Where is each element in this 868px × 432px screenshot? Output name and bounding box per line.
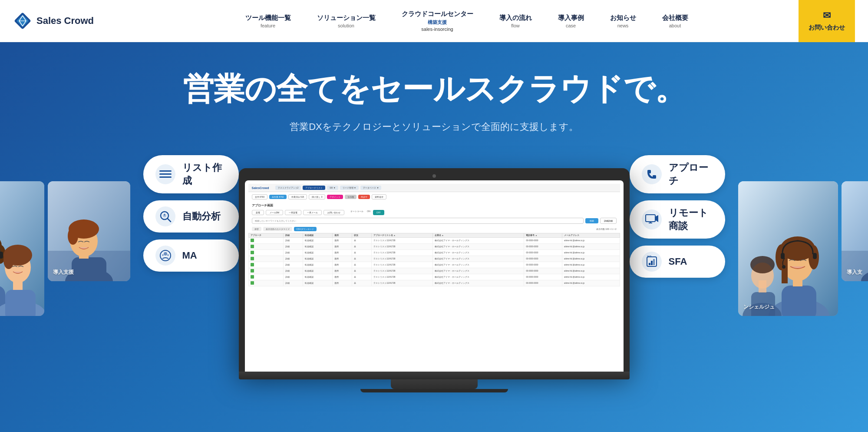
svg-rect-13 xyxy=(0,252,3,259)
nav-item-solution[interactable]: ソリューション一覧 solution xyxy=(304,14,389,28)
svg-line-33 xyxy=(168,219,171,222)
ma-icon xyxy=(155,246,175,266)
svg-rect-59 xyxy=(813,253,817,259)
hero-main-row: ジュ xyxy=(17,155,851,397)
feature-col-left: リスト作成 自動分析 xyxy=(143,155,239,392)
th-transfer: 転送確認 xyxy=(303,233,333,238)
screen-detail-btn[interactable]: 詳細詳細 xyxy=(600,218,617,224)
checkbox xyxy=(251,251,254,254)
nav-item-about[interactable]: 会社概要 about xyxy=(649,14,701,28)
svg-rect-57 xyxy=(782,257,788,283)
filter-negotiating[interactable]: 商談中 xyxy=(358,195,370,199)
screen-tab-3: SR ▼ xyxy=(327,186,338,190)
filter-other[interactable]: その他 xyxy=(345,195,356,199)
approach-label: アプローチ xyxy=(669,161,713,187)
btn-inquiry[interactable]: お問い合わせ xyxy=(323,210,344,215)
screen-tab-2: アプローチリスト xyxy=(303,186,325,190)
th-email: メールアドレス xyxy=(562,233,620,238)
filter-appoint[interactable]: アポイント xyxy=(327,195,343,199)
screen-tab-1: テストクライアント2 xyxy=(275,186,301,190)
filter-callback[interactable]: 掛け直し 0 xyxy=(309,194,325,199)
header: Sales Crowd ツール機能一覧 feature ソリューション一覧 so… xyxy=(0,0,868,42)
svg-point-37 xyxy=(164,252,167,256)
contact-button[interactable]: ✉ お問い合わせ xyxy=(799,0,855,42)
screen-tab-5: データベース ▼ xyxy=(360,186,381,190)
feature-card-auto-analysis: 自動分析 xyxy=(143,200,239,233)
btn-mail-dm[interactable]: メールDM xyxy=(266,210,284,215)
remote-meeting-label: リモート商談 xyxy=(669,206,713,233)
left-panel-2: 導入支援 xyxy=(48,181,130,281)
screen-tab-4: リード管理 ▼ xyxy=(340,186,359,190)
nav-item-cloud-call[interactable]: クラウドコールセンター 構築支援 sales-insorcing xyxy=(389,10,486,32)
sfa-icon: OX xyxy=(642,252,662,272)
svg-point-65 xyxy=(750,256,775,273)
svg-rect-16 xyxy=(5,290,36,316)
hero-section: 営業の全てをセールスクラウドで。 営業DXをテクノロジーとソリューションで全面的… xyxy=(0,42,868,432)
checkbox xyxy=(251,263,254,266)
laptop-mockup: SalesCrowd テストクライアント2 アプローチリスト SR ▼ リード管… xyxy=(239,155,630,392)
filter-active[interactable]: 未作業 8792 xyxy=(269,195,287,199)
svg-rect-40 xyxy=(646,215,655,222)
btn-call[interactable]: 架電 xyxy=(252,210,264,215)
filter-working[interactable]: 作業済み 515 xyxy=(288,194,307,199)
nav-item-news[interactable]: お知らせ news xyxy=(597,14,649,28)
checkbox xyxy=(251,257,254,260)
laptop-wrapper: SalesCrowd テストクライアント2 アプローチリスト SR ▼ リード管… xyxy=(239,168,630,392)
left-panel-1: ジュ xyxy=(0,181,44,316)
autocall-off[interactable]: OFF xyxy=(373,210,384,215)
th-apply: 適用 xyxy=(333,233,352,238)
left-panels: ジュ xyxy=(0,181,130,316)
nav-item-case[interactable]: 導入事例 case xyxy=(545,14,597,28)
checkbox xyxy=(251,269,254,272)
right-panel-2: 導入支 xyxy=(842,181,868,281)
svg-rect-47 xyxy=(653,259,655,265)
svg-rect-30 xyxy=(159,173,172,175)
screen-logo: SalesCrowd xyxy=(252,186,269,189)
th-list-name: アプローチリスト名 ▲ xyxy=(372,233,433,238)
svg-text:OX: OX xyxy=(647,256,651,257)
logo-icon xyxy=(13,11,32,30)
contact-label: お問い合わせ xyxy=(809,24,845,32)
nav-item-flow[interactable]: 導入の流れ flow xyxy=(486,14,545,28)
logo-area[interactable]: Sales Crowd xyxy=(13,11,135,30)
svg-rect-46 xyxy=(651,261,653,265)
nav-item-feature[interactable]: ツール機能一覧 feature xyxy=(232,14,304,28)
cards-and-laptop: リスト作成 自動分析 xyxy=(139,155,729,397)
list-creation-icon xyxy=(155,164,175,184)
svg-point-60 xyxy=(782,265,785,269)
btn-customize[interactable]: 表示項目のカスタマイズ xyxy=(263,227,292,231)
svg-point-28 xyxy=(68,227,78,245)
btn-mass-call[interactable]: 一斉架電 xyxy=(285,210,301,215)
laptop-stand xyxy=(391,379,478,389)
btn-mass-mail[interactable]: 一斉メール xyxy=(303,210,322,215)
table-row: 詳細転送確認適用未テストリスト1104173B株式会社アイマ・ホールディングス0… xyxy=(248,256,620,262)
screen-search-btn[interactable]: 検索 xyxy=(585,218,598,223)
btn-csv[interactable]: CSVダウンロード xyxy=(294,227,317,231)
mail-icon: ✉ xyxy=(823,10,831,21)
svg-rect-24 xyxy=(72,257,106,281)
right-person-svg-1 xyxy=(738,181,838,316)
screen-search-input[interactable] xyxy=(252,218,584,224)
sfa-label: SFA xyxy=(669,256,687,267)
filter-all[interactable]: 全件 8793 xyxy=(252,194,268,199)
screen-action-row: 架電 メールDM 一斉架電 一斉メール お問い合わせ オートコール ON OFF xyxy=(248,209,620,216)
filter-materials[interactable]: 資料送付 xyxy=(372,194,386,199)
screen-topbar: SalesCrowd テストクライアント2 アプローチリスト SR ▼ リード管… xyxy=(248,184,620,192)
svg-marker-41 xyxy=(656,215,658,222)
th-company: 企業名 ▲ xyxy=(433,233,524,238)
th-detail: 詳細 xyxy=(283,233,303,238)
remote-meeting-icon xyxy=(642,209,662,229)
auto-analysis-label: 自動分析 xyxy=(182,210,221,223)
screen-section-title: アプローチ画面 xyxy=(248,202,620,209)
feature-cards-all: リスト作成 自動分析 xyxy=(139,155,729,392)
main-nav: ツール機能一覧 feature ソリューション一覧 solution クラウドコ… xyxy=(135,10,799,32)
svg-rect-45 xyxy=(649,263,650,265)
table-row: 詳細転送確認適用未テストリスト1104173B株式会社アイマ・ホールディングス0… xyxy=(248,250,620,256)
left-person-svg-1 xyxy=(0,181,44,316)
svg-rect-58 xyxy=(781,253,785,259)
logo-text: Sales Crowd xyxy=(36,15,94,27)
svg-rect-31 xyxy=(159,176,172,178)
btn-preserve[interactable]: 保管 xyxy=(252,227,261,231)
svg-rect-51 xyxy=(782,286,816,316)
laptop-screen-outer: SalesCrowd テストクライアント2 アプローチリスト SR ▼ リード管… xyxy=(239,168,630,372)
